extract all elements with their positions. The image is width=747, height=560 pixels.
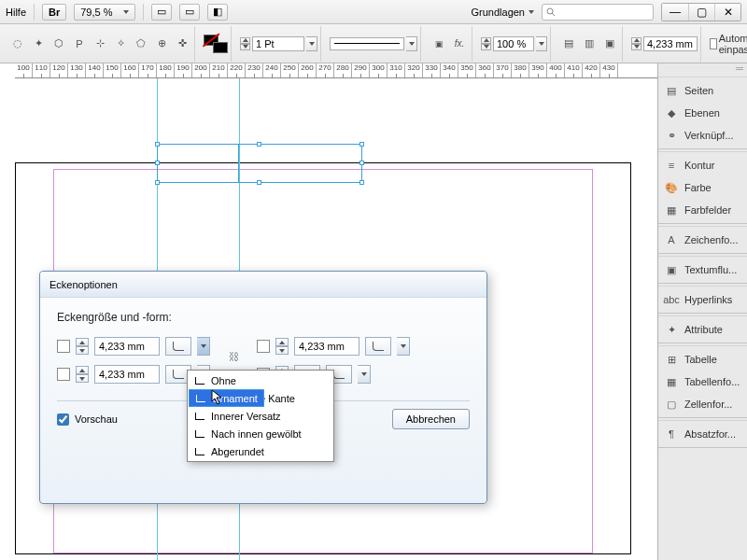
- panel-textwrap[interactable]: ▣Textumflu...: [658, 259, 747, 281]
- selection-frame[interactable]: [157, 144, 362, 183]
- panel-dock: ▤Seiten◆Ebenen⚭Verknüpf...≡Kontur🎨Farbe▦…: [657, 63, 747, 560]
- corner-value-input[interactable]: 4,233 mm: [294, 337, 359, 356]
- tool-icon[interactable]: ⊕: [152, 35, 171, 53]
- panel-stroke[interactable]: ≡Kontur: [658, 154, 747, 176]
- corner-shape-dropdown[interactable]: [197, 337, 210, 356]
- corner-value-input[interactable]: 4,233 mm: [94, 337, 160, 356]
- menu-help[interactable]: Hilfe: [6, 7, 26, 18]
- panel-char[interactable]: AZeichenfo...: [658, 229, 747, 251]
- attrib-icon: ✦: [664, 322, 679, 337]
- cancel-button[interactable]: Abbrechen: [392, 409, 470, 429]
- cellfmt-icon: ▢: [664, 397, 679, 412]
- top-left-corner-icon: [57, 340, 70, 353]
- search-input[interactable]: [542, 4, 654, 21]
- corner-spinner[interactable]: [275, 338, 289, 355]
- fill-stroke-swatch[interactable]: [204, 35, 228, 53]
- char-icon: A: [664, 232, 679, 247]
- corner-shape-button[interactable]: [165, 337, 191, 356]
- scale-spinner[interactable]: [481, 37, 491, 50]
- bottom-left-corner-icon: [57, 368, 70, 381]
- pages-icon: ▤: [664, 83, 679, 98]
- stroke-weight-spinner[interactable]: [240, 37, 250, 50]
- panel-tablefmt[interactable]: ▦Tabellenfo...: [658, 371, 747, 393]
- tool-icon[interactable]: ◌: [8, 35, 27, 53]
- tablefmt-icon: ▦: [664, 374, 679, 389]
- tool-icon[interactable]: ⬡: [49, 35, 68, 53]
- corner-shape-button[interactable]: [365, 337, 391, 356]
- svg-line-1: [552, 13, 555, 16]
- separator: [143, 4, 144, 21]
- fit-button[interactable]: ▣: [600, 35, 619, 53]
- menu-item[interactable]: Abgerundet: [189, 442, 332, 460]
- panel-cellfmt[interactable]: ▢Zellenfor...: [658, 393, 747, 415]
- para-icon: ¶: [664, 427, 679, 441]
- panel-links[interactable]: ⚭Verknüpf...: [658, 124, 747, 147]
- view-mode-1-button[interactable]: ▭: [151, 4, 172, 21]
- color-icon: 🎨: [664, 180, 679, 195]
- autofit-checkbox[interactable]: [710, 38, 717, 49]
- tool-icon[interactable]: P: [70, 35, 89, 53]
- links-icon: ⚭: [664, 128, 679, 143]
- zoom-value: 79,5 %: [80, 7, 112, 18]
- hyperlink-icon: abc: [664, 292, 679, 307]
- dialog-label: Eckengröße und -form:: [57, 311, 470, 324]
- scale-input[interactable]: 100 %: [493, 36, 534, 51]
- corner-shape-dropdown[interactable]: [358, 365, 371, 384]
- tool-icon[interactable]: ✧: [111, 35, 130, 53]
- horizontal-ruler: 1001101201301401501601701801902002102202…: [15, 63, 657, 78]
- corner-spinner[interactable]: [76, 366, 89, 383]
- maximize-button[interactable]: ▢: [688, 4, 714, 21]
- workspace-label[interactable]: Grundlagen: [472, 7, 535, 18]
- menu-item[interactable]: Ohne: [189, 371, 332, 389]
- close-button[interactable]: ✕: [714, 4, 740, 21]
- panel-table[interactable]: ⊞Tabelle: [658, 348, 747, 371]
- chevron-down-icon: [123, 10, 129, 14]
- fx-button[interactable]: ▣: [430, 35, 448, 53]
- swatches-icon: ▦: [664, 203, 679, 217]
- separator: [34, 4, 35, 21]
- panel-swatches[interactable]: ▦Farbfelder: [658, 199, 747, 221]
- stroke-style-dropdown[interactable]: [330, 37, 404, 50]
- zoom-dropdown[interactable]: 79,5 %: [74, 4, 135, 21]
- minimize-button[interactable]: —: [662, 4, 688, 21]
- autofit-label: Automatisch einpassen: [719, 33, 747, 55]
- corner-shape-dropdown[interactable]: [397, 337, 410, 356]
- align-button[interactable]: ▤: [559, 35, 578, 53]
- corner-shape-menu[interactable]: OhneOrnamentAbgeflachte KanteInnerer Ver…: [187, 370, 334, 462]
- menu-item[interactable]: Innerer Versatz: [189, 407, 332, 425]
- stroke-weight-input[interactable]: 1 Pt: [252, 36, 304, 51]
- arrange-button[interactable]: ◧: [207, 4, 228, 21]
- tool-icon[interactable]: ✜: [173, 35, 191, 53]
- fx-button[interactable]: fx.: [450, 35, 469, 53]
- tool-icon[interactable]: ✦: [29, 35, 48, 53]
- corner-spinner[interactable]: [631, 37, 641, 50]
- stroke-weight-dropdown[interactable]: [306, 36, 317, 51]
- bridge-button[interactable]: Br: [42, 4, 66, 21]
- align-button[interactable]: ▥: [580, 35, 599, 53]
- panel-color[interactable]: 🎨Farbe: [658, 176, 747, 199]
- dialog-title[interactable]: Eckenoptionen: [40, 272, 486, 298]
- preview-checkbox[interactable]: [57, 413, 69, 426]
- panel-para[interactable]: ¶Absatzfor...: [658, 423, 747, 445]
- menu-item[interactable]: Ornament: [189, 389, 264, 407]
- corner-size-input[interactable]: 4,233 mm: [643, 36, 698, 51]
- corner-spinner[interactable]: [76, 338, 89, 355]
- br-label: Br: [49, 7, 60, 18]
- panel-hyperlink[interactable]: abcHyperlinks: [658, 288, 747, 311]
- stroke-icon: ≡: [664, 158, 679, 173]
- textwrap-icon: ▣: [664, 262, 679, 277]
- view-mode-2-button[interactable]: ▭: [179, 4, 200, 21]
- menu-item[interactable]: Nach innen gewölbt: [189, 425, 332, 442]
- preview-label: Vorschau: [75, 413, 118, 425]
- layers-icon: ◆: [664, 105, 679, 120]
- tool-icon[interactable]: ⬠: [132, 35, 150, 53]
- panel-layers[interactable]: ◆Ebenen: [658, 102, 747, 124]
- panel-pages[interactable]: ▤Seiten: [658, 79, 747, 102]
- panel-attrib[interactable]: ✦Attribute: [658, 318, 747, 341]
- corner-value-input[interactable]: 4,233 mm: [94, 365, 160, 384]
- tool-icon[interactable]: ⊹: [91, 35, 109, 53]
- top-right-corner-icon: [257, 340, 270, 353]
- table-icon: ⊞: [664, 352, 679, 367]
- search-icon: [546, 7, 556, 17]
- chevron-down-icon: [529, 10, 534, 14]
